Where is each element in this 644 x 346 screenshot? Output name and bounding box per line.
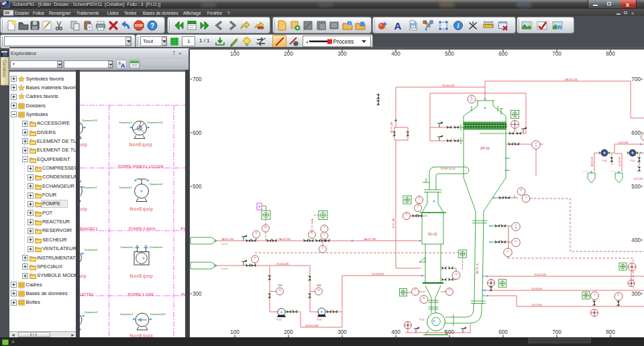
svg-text:PI: PI [406,213,408,216]
svg-text:FI: FI [254,257,256,260]
svg-text:Process: Process [333,38,354,45]
svg-text:PI: PI [521,189,523,192]
svg-text:800: 800 [606,329,615,335]
svg-text:Diametre1/2: Diametre1/2 [150,312,166,316]
svg-text:SC-01: SC-01 [428,232,437,236]
svg-text:700: 700 [631,76,641,82]
svg-text:700: 700 [193,76,202,82]
svg-text:600: 600 [498,329,508,335]
svg-text:TI: TI [449,289,451,292]
svg-text:POMPE A VIDE: POMPE A VIDE [127,292,154,296]
svg-text:LG: LG [455,273,458,276]
svg-text:TA-017-DN: TA-017-DN [221,238,233,241]
svg-text:100: 100 [230,329,239,335]
svg-text:TA-017-DN: TA-017-DN [364,238,376,241]
svg-text:LY: LY [506,250,508,253]
svg-text:02: 02 [535,145,537,148]
svg-text:TI: TI [323,233,325,236]
svg-text:Diametre2: Diametre2 [85,248,98,251]
svg-text:i: i [349,21,350,26]
svg-text:Diametre1/2: Diametre1/2 [82,119,97,122]
svg-text:03: 03 [515,227,517,229]
svg-text:NonEquip: NonEquip [80,142,87,148]
svg-text:400: 400 [631,237,641,243]
svg-text:300: 300 [337,329,347,335]
svg-text:GB-011-DN: GB-011-DN [565,78,578,81]
svg-text:TSHH: TSHH [316,284,321,287]
svg-text:Diametre2: Diametre2 [150,182,163,186]
svg-text:Diametre1: Diametre1 [121,245,134,249]
svg-text:TS: TS [278,289,281,292]
svg-text:25-09-DN: 25-09-DN [531,288,542,290]
svg-text:PI: PI [618,294,620,296]
svg-text:A: A [394,20,402,31]
svg-text:25-PPL-ID-41: 25-PPL-ID-41 [441,168,455,170]
svg-text:25-IT-DN: 25-IT-DN [532,304,542,306]
svg-text:aaa bbb: aaa bbb [221,268,228,270]
svg-text:NonEquip: NonEquip [130,274,154,279]
svg-text:5-D2-DN: 5-D2-DN [619,141,629,144]
svg-text:50-020-DN: 50-020-DN [372,273,384,276]
svg-text:Diametre1: Diametre1 [120,312,133,316]
svg-text:500: 500 [193,184,202,190]
svg-text:4: 4 [306,40,309,44]
svg-text:500: 500 [631,184,641,190]
svg-text:Gestion: Gestion [1,60,7,77]
svg-text:STOP: STOP [135,24,143,27]
svg-text:300: 300 [193,291,202,297]
svg-text:BS-PL-DN: BS-PL-DN [390,122,393,133]
svg-text:LI: LI [525,196,527,198]
svg-text:PO: PO [182,292,185,296]
svg-text:LI: LI [594,293,596,296]
svg-text:TI: TI [417,205,419,208]
svg-text:Diametre1/2: Diametre1/2 [148,121,163,124]
svg-text:50-D1-DN: 50-D1-DN [591,156,594,166]
svg-text:aaa bbb: aaa bbb [221,243,228,245]
svg-text:TH-010-DN: TH-010-DN [442,84,455,87]
svg-text:PI: PI [311,232,313,235]
svg-text:POMPE A MAIN: POMPE A MAIN [129,227,156,231]
svg-text:TA-017-DN: TA-017-DN [278,238,290,241]
svg-text:P-01: P-01 [419,319,425,321]
svg-text:i: i [559,25,561,30]
svg-text:A: A [121,62,125,69]
svg-text:FI: FI [256,232,258,235]
svg-text:i: i [458,22,460,30]
svg-text:2x dest: 2x dest [610,170,615,172]
svg-text:50-D20-DN2: 50-D20-DN2 [305,325,319,327]
svg-text:NonEquip: NonEquip [80,207,87,212]
svg-text:TI: TI [419,197,421,200]
svg-text:PO: PO [181,227,185,231]
svg-text:25-D2-DN: 25-D2-DN [619,156,621,166]
svg-text:TI: TI [323,226,325,229]
svg-text:5-D7-DN: 5-D7-DN [634,178,643,180]
svg-text:P-05: P-05 [630,160,635,162]
svg-text:600: 600 [193,130,202,136]
svg-text:25-PL-DN: 25-PL-DN [392,218,395,229]
svg-text:600: 600 [631,130,641,136]
svg-text:200: 200 [284,329,293,335]
svg-text:P-03: P-03 [317,319,321,321]
svg-text:700: 700 [552,329,561,335]
svg-text:TS: TS [317,289,320,292]
svg-text:2x dest: 2x dest [582,170,588,172]
svg-text:300: 300 [631,291,641,297]
svg-text:25-D16-DN: 25-D16-DN [276,263,289,266]
svg-text:TI: TI [415,289,417,292]
svg-text:TA-PPL-N: TA-PPL-N [476,264,479,274]
svg-text:POMPE ANNEAU LIQUIDE: POMPE ANNEAU LIQUIDE [118,164,164,168]
svg-text:Diametre1: Diametre1 [119,121,133,124]
svg-text:NonEquip: NonEquip [129,142,153,148]
svg-text:NonEquip: NonEquip [80,274,87,279]
svg-text:Diametre2: Diametre2 [84,186,97,189]
svg-text:PI: PI [423,297,425,300]
svg-text:TSHH: TSHH [277,284,282,287]
svg-text:01: 01 [470,99,473,102]
svg-text:NonEquip: NonEquip [130,207,154,212]
svg-text:Diametre1: Diametre1 [119,186,133,189]
svg-text:400: 400 [391,329,400,335]
svg-text:25-017-DN: 25-017-DN [534,274,546,276]
svg-text:ALETTES: ALETTES [80,292,94,296]
svg-text:Diametre2: Diametre2 [85,310,98,314]
svg-text:TI: TI [322,247,324,249]
